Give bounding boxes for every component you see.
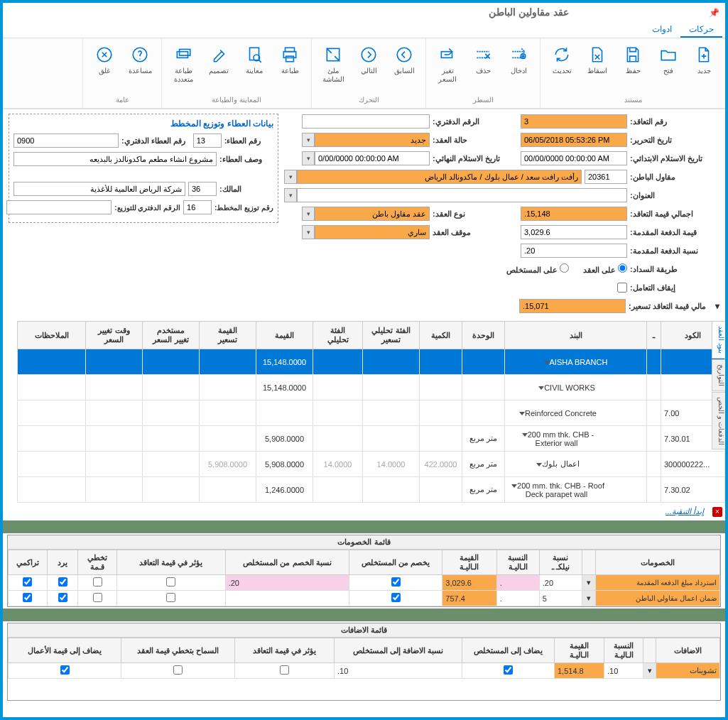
print-button[interactable]: طباعة (274, 41, 305, 94)
pay-radio-2[interactable] (560, 263, 569, 273)
expander[interactable]: ▾ (715, 301, 719, 311)
c-status-input[interactable] (315, 225, 430, 239)
table-row[interactable]: 300000222...اعمال بلوكمتر مربع422.000014… (18, 452, 725, 477)
contract-no-input[interactable] (521, 114, 627, 129)
col-val[interactable]: القيمة (256, 322, 313, 349)
init-recv-input[interactable] (521, 151, 627, 165)
refresh-button[interactable]: تحديث (546, 41, 577, 94)
insert-row-button[interactable]: ادخال (503, 41, 534, 94)
table-row[interactable]: ضمان اعمال مقاولي الباطن▾5.757.4 (9, 591, 720, 606)
multiprint-button[interactable]: طباعة متعددة (168, 41, 199, 94)
side-tab-payments[interactable]: الدفعات و الخص (712, 392, 727, 450)
table-row[interactable]: تشوينات▾10.1,514.810. (9, 663, 720, 679)
plan-book-input[interactable] (6, 200, 112, 214)
col-expand[interactable]: ـ (647, 322, 661, 349)
owner-code-input[interactable] (188, 182, 217, 196)
tab-tools[interactable]: ادوات (643, 21, 680, 38)
side-tab-items[interactable]: بنود العقد (712, 321, 727, 359)
table-row[interactable]: CIVIL WORKS15,148.0000 (18, 375, 725, 400)
help-button[interactable]: مساعدة (124, 41, 156, 94)
stop-checkbox[interactable] (617, 283, 627, 293)
status-dropdown[interactable] (302, 133, 315, 147)
pin-icon[interactable]: 📌 (711, 8, 719, 16)
bid-title: بيانات العطاء وتوزيع المخطط (13, 119, 273, 129)
table-row[interactable]: AISHA BRANCH15,148.0000 (18, 349, 725, 375)
subcon-name-input[interactable] (297, 170, 582, 184)
pay-opt1[interactable]: على العقد (580, 263, 627, 275)
final-recv-dropdown[interactable] (302, 151, 315, 165)
owner-name-input[interactable] (13, 182, 185, 196)
col-item[interactable]: البند (505, 322, 647, 349)
price-total-label: مالي قيمة التعاقد تسعير: (626, 302, 715, 311)
table-row[interactable]: استرداد مبلغ الدفعه المقدمة▾20..3,029.62… (9, 575, 720, 591)
table-row[interactable]: 7.30.01200 mm thk. CHB - Exterior wallمت… (18, 426, 725, 452)
prev-button[interactable]: السابق (389, 41, 420, 94)
design-button[interactable]: تصميم (203, 41, 234, 94)
col-anal2[interactable]: الفئة تحليلي (313, 322, 363, 349)
discounts-panel: قائمة الخصومات الخصومات نسبة نيلكـ ـ الن… (7, 535, 721, 607)
address-input[interactable] (297, 188, 627, 202)
advance-input[interactable] (521, 225, 627, 239)
next-button[interactable]: التالي (353, 41, 384, 94)
bid-panel: بيانات العطاء وتوزيع المخطط رقم العطاء: … (9, 114, 278, 223)
total-input[interactable] (521, 207, 627, 221)
save-button[interactable]: حفظ (617, 41, 648, 94)
col-pval[interactable]: القيمة تسعير (200, 322, 256, 349)
additions-grid[interactable]: الاضافات النسبة الـاليـة القيمة الـاليـة… (8, 638, 720, 679)
price-total-input[interactable] (519, 299, 626, 313)
items-grid[interactable]: الكود ـ البند الوحدة الكمية الفئة تحليلي… (17, 321, 725, 503)
init-recv-label: تاريخ الاستلام الابتدائي: (627, 154, 719, 163)
book-no-input[interactable] (302, 114, 430, 129)
svg-rect-10 (177, 52, 188, 58)
pay-opt2[interactable]: على المستخلص (504, 263, 569, 275)
plan-input[interactable] (183, 200, 212, 214)
col-notes[interactable]: الملاحظات (18, 322, 86, 349)
col-usr[interactable]: مستخدم تغيير السعر (143, 322, 200, 349)
table-row[interactable]: 7.30.02200 mm. thk. CHB - Roof Deck para… (18, 477, 725, 503)
plan-label: رقم توزيع المخطط: (212, 204, 273, 212)
edit-date-input[interactable] (521, 133, 627, 147)
preview-button[interactable]: معاينة (239, 41, 270, 94)
pay-method-label: طريقة السداد: (627, 265, 719, 274)
side-tab-dates[interactable]: التواريخ (712, 359, 727, 391)
type-dropdown[interactable] (302, 207, 315, 221)
col-unit[interactable]: الوحدة (462, 322, 505, 349)
advance-pct-input[interactable] (521, 244, 627, 258)
tab-transactions[interactable]: حركات (680, 21, 722, 38)
discounts-grid[interactable]: الخصومات نسبة نيلكـ ـ النسبة الـاليـة ال… (8, 550, 720, 606)
filter-clear[interactable]: × (712, 507, 722, 517)
subcon-dropdown[interactable] (284, 170, 297, 184)
final-recv-label: تاريخ الاستلام النهائي: (430, 154, 515, 163)
bid-no-label: رقم العطاء: (222, 136, 273, 146)
close-button[interactable]: غلق (89, 41, 120, 94)
open-button[interactable]: فتح (653, 41, 684, 94)
address-dropdown[interactable] (284, 188, 297, 202)
col-qty[interactable]: الكمية (420, 322, 462, 349)
contract-no-label: رقم التعاقد: (627, 117, 719, 126)
filter-link[interactable]: إبدأ التنقية... (660, 504, 710, 519)
status-input[interactable] (315, 133, 430, 147)
spacer-1 (3, 520, 725, 533)
type-input[interactable] (315, 207, 430, 221)
address-label: العنوان: (627, 191, 719, 200)
col-time[interactable]: وقت تغيير السعر (86, 322, 143, 349)
pay-radio-1[interactable] (618, 263, 627, 273)
svg-rect-7 (286, 56, 294, 62)
delete-row-button[interactable]: حذف (467, 41, 499, 94)
main-tabs: حركات ادوات (3, 21, 725, 38)
window-title: عقد مقاولين الباطن (489, 6, 569, 18)
subcon-code-input[interactable] (585, 170, 627, 184)
new-button[interactable]: جديد (688, 41, 719, 94)
c-status-dropdown[interactable] (302, 225, 315, 239)
drop-button[interactable]: اسقاط (582, 41, 613, 94)
advance-label: قيمة الدفعة المقدمة: (627, 228, 719, 237)
table-row[interactable]: 7.00Reinforced Concrete (18, 400, 725, 426)
final-recv-input[interactable] (315, 151, 430, 165)
bid-no-input[interactable] (193, 133, 222, 148)
bid-desc-input[interactable] (13, 152, 217, 166)
col-anal[interactable]: الفئة تحليلي تسعير (363, 322, 420, 349)
bid-book-input[interactable] (13, 133, 119, 148)
edit-date-label: تاريخ التحرير: (627, 136, 719, 145)
reprice-button[interactable]: تغير السعر (432, 41, 463, 94)
fullscreen-button[interactable]: ملئ الشاشة (317, 41, 349, 94)
